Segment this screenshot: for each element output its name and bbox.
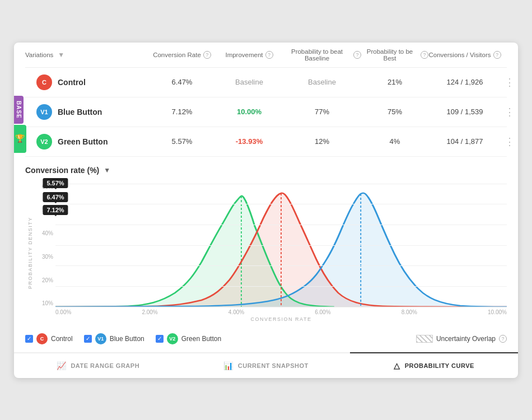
prob-best-v2: 4% [361, 137, 428, 146]
improvement-v2: -13.93% [216, 137, 283, 146]
uncertainty-overlap: Uncertainty Overlap ? [416, 335, 507, 343]
improvement-v1: 10.00% [216, 108, 283, 116]
y-tick-20: 20% [35, 277, 55, 283]
info-icon-uncertainty[interactable]: ? [499, 335, 507, 343]
cr-v2: 5.57% [148, 137, 216, 146]
chart-section: Conversion rate (%) ▼ PROBABILITY DENSIT… [14, 157, 518, 328]
legend-badge-v1: V1 [95, 333, 106, 344]
tab-date-range[interactable]: 📈 DATE RANGE GRAPH [14, 352, 182, 378]
chart-dropdown-icon[interactable]: ▼ [104, 166, 110, 174]
label-647: 6.47% [43, 192, 68, 202]
variation-cell-control: C Control [25, 74, 148, 90]
x-tick-4: 4.00% [228, 309, 244, 315]
x-axis-label: CONVERSION RATE [55, 316, 507, 322]
legend-checkbox-v1[interactable]: ✓ [84, 335, 92, 343]
y-tick-40: 40% [35, 230, 55, 236]
chart-title: Conversion rate (%) ▼ [25, 166, 507, 175]
probability-icon: △ [394, 361, 400, 370]
x-tick-2: 2.00% [142, 309, 157, 315]
date-range-icon: 📈 [57, 361, 67, 370]
x-tick-10: 10.00% [488, 309, 507, 315]
legend-label-control: Control [51, 335, 73, 343]
menu-dots-v1[interactable]: ⋮ [501, 106, 518, 118]
info-icon-pbest[interactable]: ? [421, 51, 428, 59]
chart-plot: 5.57% 6.47% 7.12% [55, 184, 507, 307]
legend-v1: ✓ V1 Blue Button [84, 333, 144, 344]
winner-label: 🏆 [14, 125, 26, 153]
conversions-v2: 104 / 1,877 [428, 137, 501, 146]
info-icon-cr[interactable]: ? [203, 51, 211, 59]
x-tick-0: 0.00% [55, 309, 71, 315]
legend-label-v2: Green Button [181, 335, 221, 343]
legend-control: ✓ C Control [25, 333, 73, 344]
tab-probability[interactable]: △ PROBABILITY CURVE [350, 352, 518, 378]
info-icon-conv[interactable]: ? [493, 51, 501, 59]
conversions-v1: 109 / 1,539 [428, 108, 501, 116]
prob-best-v1: 75% [361, 108, 428, 116]
menu-dots-control[interactable]: ⋮ [501, 76, 518, 88]
info-icon-imp[interactable]: ? [265, 51, 273, 59]
y-tick-10: 10% [35, 300, 55, 306]
chart-legend: ✓ C Control ✓ V1 Blue Button ✓ V2 Green … [14, 328, 518, 352]
table-header: Variations ▼ Conversion Rate ? Improveme… [25, 43, 507, 68]
legend-checkbox-control[interactable]: ✓ [25, 335, 33, 343]
conversions-control: 124 / 1,926 [428, 78, 501, 86]
tab-snapshot-label: CURRENT SNAPSHOT [238, 362, 309, 369]
legend-checkbox-v2[interactable]: ✓ [156, 335, 164, 343]
tab-probability-label: PROBABILITY CURVE [405, 362, 474, 369]
menu-dots-v2[interactable]: ⋮ [501, 136, 518, 148]
var-badge-v1: V1 [36, 104, 52, 120]
col-improvement: Improvement ? [216, 48, 283, 62]
main-card: BASE 🏆 Variations ▼ Conversion Rate ? Im… [14, 43, 518, 378]
label-557: 5.57% [43, 178, 68, 188]
legend-badge-control: C [36, 333, 48, 344]
variation-cell-v2: V2 Green Button [25, 134, 148, 150]
col-conversion-rate: Conversion Rate ? [148, 48, 216, 62]
uncertainty-label: Uncertainty Overlap [436, 335, 496, 343]
var-name-v2: Green Button [58, 137, 108, 146]
tab-snapshot[interactable]: 📊 CURRENT SNAPSHOT [182, 352, 350, 378]
y-axis-label: PROBABILITY DENSITY [25, 184, 33, 322]
x-tick-6: 6.00% [315, 309, 330, 315]
var-name-control: Control [58, 78, 86, 87]
y-tick-30: 30% [35, 254, 55, 260]
chart-container: PROBABILITY DENSITY 60% 50% 40% 30% 20% … [25, 184, 507, 322]
chart-inner: 60% 50% 40% 30% 20% 10% [35, 184, 507, 322]
var-badge-control: C [36, 74, 52, 90]
cr-v1: 7.12% [148, 108, 216, 116]
table-row-control: C Control 6.47% Baseline Baseline 21% 12… [25, 68, 507, 97]
uncertainty-pattern [416, 335, 433, 343]
legend-label-v1: Blue Button [110, 335, 144, 343]
prob-beat-v2: 12% [283, 137, 361, 146]
label-712: 7.12% [43, 205, 68, 215]
filter-icon[interactable]: ▼ [58, 51, 64, 59]
table-body: C Control 6.47% Baseline Baseline 21% 12… [25, 68, 507, 157]
x-axis: 0.00% 2.00% 4.00% 6.00% 8.00% 10.00% [55, 307, 507, 315]
table-row-v2: V2 Green Button 5.57% -13.93% 12% 4% 104… [25, 127, 507, 157]
info-icon-pb[interactable]: ? [353, 51, 361, 59]
prob-best-control: 21% [361, 78, 428, 86]
prob-beat-control: Baseline [283, 78, 361, 86]
bottom-tabs: 📈 DATE RANGE GRAPH 📊 CURRENT SNAPSHOT △ … [14, 352, 518, 378]
results-table: Variations ▼ Conversion Rate ? Improveme… [14, 43, 518, 157]
base-label: BASE [14, 96, 24, 124]
improvement-control: Baseline [216, 78, 283, 86]
snapshot-icon: 📊 [223, 361, 234, 370]
col-prob-best: Probability to be Best ? [361, 48, 428, 62]
var-name-v1: Blue Button [58, 108, 102, 116]
legend-v2: ✓ V2 Green Button [156, 333, 221, 344]
var-badge-v2: V2 [36, 134, 52, 150]
variation-cell-v1: V1 Blue Button [25, 104, 148, 120]
col-prob-beat: Probability to beat Baseline ? [283, 48, 361, 62]
legend-badge-v2: V2 [167, 333, 178, 344]
x-tick-8: 8.00% [402, 309, 417, 315]
prob-beat-v1: 77% [283, 108, 361, 116]
cr-control: 6.47% [148, 78, 216, 86]
tab-date-range-label: DATE RANGE GRAPH [71, 362, 139, 369]
table-row-v1: V1 Blue Button 7.12% 10.00% 77% 75% 109 … [25, 97, 507, 127]
col-conversions: Conversions / Visitors ? [428, 48, 501, 62]
col-variations: Variations ▼ [25, 48, 148, 62]
